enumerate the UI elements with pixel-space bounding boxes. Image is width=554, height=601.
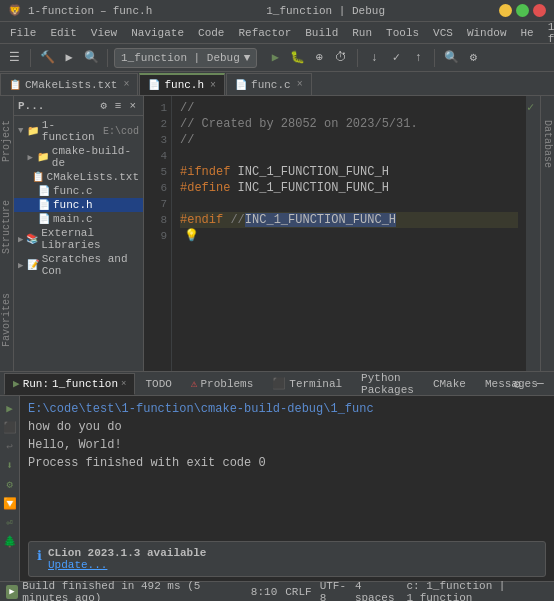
project-close-button[interactable]: × bbox=[126, 99, 139, 113]
menu-edit[interactable]: Edit bbox=[44, 25, 82, 41]
editor-tab-bar: 📋 CMakeLists.txt × 📄 func.h × 📄 func.c × bbox=[0, 72, 554, 96]
build-button[interactable]: 🔨 bbox=[37, 48, 57, 68]
external-icon: 📚 bbox=[26, 233, 38, 245]
notification-bar: ℹ CLion 2023.1.3 available Update... bbox=[28, 541, 546, 577]
code-editor[interactable]: // // Created by 28052 on 2023/5/31. // … bbox=[172, 96, 526, 371]
panel-settings-button[interactable]: ⚙ bbox=[507, 374, 527, 394]
tab-cmake[interactable]: CMake bbox=[424, 373, 475, 395]
panel-minimize-button[interactable]: — bbox=[530, 374, 550, 394]
tree-root[interactable]: ▼ 📁 1-function E:\cod bbox=[14, 118, 143, 144]
vcs-push[interactable]: ↑ bbox=[408, 48, 428, 68]
dropdown-arrow: ▼ bbox=[244, 52, 251, 64]
profile-action[interactable]: ⏱ bbox=[331, 48, 351, 68]
run-config[interactable]: ▶ bbox=[59, 48, 79, 68]
funch-file-icon: 📄 bbox=[38, 199, 50, 211]
scratches-icon: 📝 bbox=[27, 259, 39, 271]
run-wrap[interactable]: ⏎ bbox=[2, 514, 18, 530]
tab-problems[interactable]: ⚠ Problems bbox=[182, 373, 262, 395]
tab-funcc-label: func.c bbox=[251, 79, 291, 91]
favorites-panel-label[interactable]: Favorites bbox=[1, 289, 12, 351]
structure-panel-label[interactable]: Structure bbox=[1, 196, 12, 258]
tab-funcc[interactable]: 📄 func.c × bbox=[226, 73, 312, 95]
vcs-update[interactable]: ↓ bbox=[364, 48, 384, 68]
menu-code[interactable]: Code bbox=[192, 25, 230, 41]
vcs-commit[interactable]: ✓ bbox=[386, 48, 406, 68]
minimize-button[interactable]: – bbox=[499, 4, 512, 17]
tree-funch[interactable]: 📄 func.h bbox=[14, 198, 143, 212]
editor-content[interactable]: 1 2 3 4 5 6 7 8 9 // // Created by 28052… bbox=[144, 96, 540, 371]
tab-funch[interactable]: 📄 func.h × bbox=[139, 73, 225, 95]
menu-tools[interactable]: Tools bbox=[380, 25, 425, 41]
code-line-6: #define INC_1_FUNCTION_FUNC_H bbox=[180, 180, 518, 196]
tab-run-close[interactable]: × bbox=[121, 379, 126, 389]
project-panel-label[interactable]: Project bbox=[1, 116, 12, 166]
menu-config[interactable]: 1-function bbox=[542, 19, 554, 47]
toolbar: ☰ 🔨 ▶ 🔍 1_function | Debug ▼ ▶ 🐛 ⊕ ⏱ ↓ ✓… bbox=[0, 44, 554, 72]
run-tree[interactable]: 🌲 bbox=[2, 533, 18, 549]
tab-funch-label: func.h bbox=[164, 79, 204, 91]
run-settings[interactable]: ⚙ bbox=[2, 476, 18, 492]
menu-vcs[interactable]: VCS bbox=[427, 25, 459, 41]
tab-funcc-close[interactable]: × bbox=[297, 79, 303, 90]
tab-terminal[interactable]: ⬛ Terminal bbox=[263, 373, 351, 395]
menu-build[interactable]: Build bbox=[299, 25, 344, 41]
menu-view[interactable]: View bbox=[85, 25, 123, 41]
search-everywhere[interactable]: 🔍 bbox=[81, 48, 101, 68]
cmake-build-arrow: ▶ bbox=[27, 152, 36, 163]
status-run-button[interactable]: ▶ bbox=[6, 585, 18, 599]
window-controls: – □ × bbox=[499, 4, 546, 17]
tree-scratches[interactable]: ▶ 📝 Scratches and Con bbox=[14, 252, 143, 278]
tab-python[interactable]: Python Packages bbox=[352, 373, 423, 395]
menu-help[interactable]: He bbox=[515, 25, 540, 41]
tab-cmakelists[interactable]: 📋 CMakeLists.txt × bbox=[0, 73, 138, 95]
notif-link[interactable]: Update... bbox=[48, 559, 206, 571]
tab-run[interactable]: ▶ Run: 1_function × bbox=[4, 373, 135, 395]
tab-funch-close[interactable]: × bbox=[210, 80, 216, 91]
cmake-build-icon: 📁 bbox=[37, 151, 49, 163]
run-config-dropdown[interactable]: 1_function | Debug ▼ bbox=[114, 48, 257, 68]
scratches-arrow: ▶ bbox=[18, 260, 27, 271]
tree-funcc[interactable]: 📄 func.c bbox=[14, 184, 143, 198]
maximize-button[interactable]: □ bbox=[516, 4, 529, 17]
code-line-3: // bbox=[180, 132, 518, 148]
tree-cmake-build[interactable]: ▶ 📁 cmake-build-de bbox=[14, 144, 143, 170]
status-line-ending[interactable]: CRLF bbox=[285, 586, 311, 598]
scratches-label: Scratches and Con bbox=[42, 253, 139, 277]
run-filter[interactable]: 🔽 bbox=[2, 495, 18, 511]
menu-navigate[interactable]: Navigate bbox=[125, 25, 190, 41]
menu-window[interactable]: Window bbox=[461, 25, 513, 41]
c-file-icon: 📄 bbox=[235, 79, 247, 91]
run-action[interactable]: ▶ bbox=[265, 48, 285, 68]
menu-run[interactable]: Run bbox=[346, 25, 378, 41]
bulb-icon[interactable]: 💡 bbox=[184, 228, 199, 244]
run-scroll-end[interactable]: ⬇ bbox=[2, 457, 18, 473]
tab-cmakelists-label: CMakeLists.txt bbox=[25, 79, 117, 91]
code-line-2: // Created by 28052 on 2023/5/31. bbox=[180, 116, 518, 132]
debug-action[interactable]: 🐛 bbox=[287, 48, 307, 68]
status-context: c: 1_function | 1_function bbox=[406, 580, 548, 602]
project-view-toggle[interactable]: ☰ bbox=[4, 48, 24, 68]
status-cursor[interactable]: 8:10 bbox=[251, 586, 277, 598]
menu-file[interactable]: File bbox=[4, 25, 42, 41]
run-rerun-button[interactable]: ↩ bbox=[2, 438, 18, 454]
run-play-button[interactable]: ▶ bbox=[2, 400, 18, 416]
tree-mainc[interactable]: 📄 main.c bbox=[14, 212, 143, 226]
funcc-file-icon: 📄 bbox=[38, 185, 50, 197]
search-button[interactable]: 🔍 bbox=[441, 48, 461, 68]
run-stop-button[interactable]: ⬛ bbox=[2, 419, 18, 435]
settings-button[interactable]: ⚙ bbox=[463, 48, 483, 68]
tree-cmakelists[interactable]: 📋 CMakeLists.txt bbox=[14, 170, 143, 184]
menu-bar: File Edit View Navigate Code Refactor Bu… bbox=[0, 22, 554, 44]
close-button[interactable]: × bbox=[533, 4, 546, 17]
status-charset[interactable]: UTF-8 bbox=[320, 580, 347, 602]
coverage-action[interactable]: ⊕ bbox=[309, 48, 329, 68]
status-indent[interactable]: 4 spaces bbox=[355, 580, 399, 602]
menu-refactor[interactable]: Refactor bbox=[232, 25, 297, 41]
tab-todo[interactable]: TODO bbox=[136, 373, 180, 395]
tree-external[interactable]: ▶ 📚 External Libraries bbox=[14, 226, 143, 252]
project-settings-button[interactable]: ⚙ bbox=[97, 98, 110, 113]
title-center: 1_function | Debug bbox=[266, 5, 385, 17]
tab-cmakelists-close[interactable]: × bbox=[123, 79, 129, 90]
database-panel-label[interactable]: Database bbox=[542, 116, 553, 172]
project-collapse-button[interactable]: ≡ bbox=[112, 99, 125, 113]
